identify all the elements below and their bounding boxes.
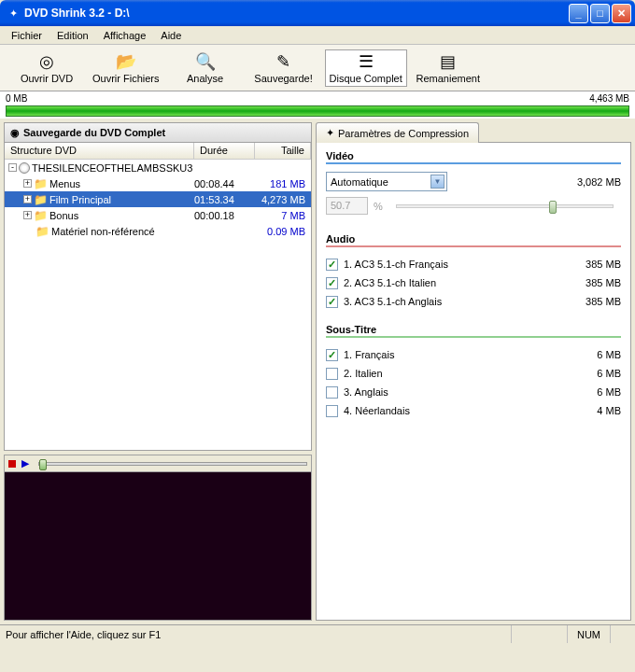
tree-row-label: Bonus (49, 210, 78, 221)
tree-row-label: Menus (49, 178, 80, 189)
gear-icon: ✦ (326, 127, 334, 139)
checkbox[interactable] (326, 277, 338, 289)
subtitle-size: 6 MB (597, 368, 621, 379)
preview-slider[interactable] (38, 462, 307, 466)
expander-icon[interactable]: + (23, 211, 32, 219)
tree-row[interactable]: 📁 Matériel non-référencé0.09 MB (5, 223, 311, 239)
checkbox[interactable] (326, 259, 338, 271)
status-help: Pour afficher l'Aide, cliquez sur F1 (6, 625, 511, 643)
statusbar: Pour afficher l'Aide, cliquez sur F1 NUM (0, 624, 635, 643)
open-files-button[interactable]: 📂 Ouvrir Fichiers (88, 49, 164, 87)
folder-icon: 📁 (34, 193, 48, 206)
window-title: DVD Shrink 3.2 - D:\ (24, 7, 569, 20)
menu-edit[interactable]: Edition (49, 28, 96, 43)
close-button[interactable]: ✕ (612, 4, 631, 23)
audio-size: 385 MB (586, 296, 621, 307)
app-icon: ✦ (6, 6, 21, 21)
checkbox[interactable] (326, 405, 338, 417)
size-bar: 0 MB 4,463 MB (0, 91, 635, 119)
status-num: NUM (567, 625, 610, 643)
menubar: Fichier Edition Affichage Aide (0, 26, 635, 45)
preview-area (4, 471, 312, 621)
col-size[interactable]: Taille (255, 143, 311, 159)
checkbox[interactable] (326, 349, 338, 361)
tree-row[interactable]: - THESILENCEOFTHELAMBSSKU3 (5, 160, 311, 175)
menu-view[interactable]: Affichage (96, 28, 154, 43)
video-mode-select[interactable]: Automatique ▼ (326, 172, 447, 191)
col-duration[interactable]: Durée (194, 143, 255, 159)
subtitle-row: 1. Français6 MB (326, 345, 621, 364)
disc-small-icon: ◉ (10, 127, 20, 139)
tree-row-label: THESILENCEOFTHELAMBSSKU3 (32, 162, 192, 174)
expander-icon[interactable]: + (23, 179, 32, 188)
chevron-down-icon: ▼ (430, 175, 444, 189)
ratio-input: 50.7 (326, 197, 368, 215)
backup-icon: ✎ (276, 52, 290, 71)
minimize-button[interactable]: _ (569, 4, 588, 23)
play-button[interactable]: ▶ (21, 457, 29, 469)
expander-icon[interactable]: - (8, 163, 17, 172)
tree-row-label: Matériel non-référencé (51, 226, 155, 237)
reauthor-button[interactable]: ▤ Remaniement (411, 49, 486, 87)
audio-row: 1. AC3 5.1-ch Français385 MB (326, 255, 621, 273)
list-icon: ▤ (440, 52, 456, 71)
subtitle-label: 2. Italien (344, 368, 597, 379)
analyse-button[interactable]: 🔍 Analyse (168, 49, 243, 87)
subtitle-size: 4 MB (597, 405, 621, 416)
disc-icon: ◎ (39, 52, 54, 71)
preview-controls: ▶ (4, 455, 312, 471)
toolbar: ◎ Ouvrir DVD 📂 Ouvrir Fichiers 🔍 Analyse… (0, 45, 635, 91)
audio-size: 385 MB (586, 259, 621, 270)
subtitle-row: 3. Anglais6 MB (326, 383, 621, 401)
menu-file[interactable]: Fichier (4, 28, 49, 43)
size-progress (6, 105, 629, 117)
left-panel-header: ◉ Sauvegarde du DVD Complet (4, 122, 312, 143)
expander-icon[interactable]: + (23, 195, 32, 203)
subtitle-size: 6 MB (597, 349, 621, 360)
compression-panel: Vidéo Automatique ▼ 3,082 MB 50.7 % Audi… (316, 143, 631, 621)
subtitle-heading: Sous-Titre (326, 324, 621, 338)
open-dvd-button[interactable]: ◎ Ouvrir DVD (9, 49, 84, 87)
folder-icon: 📁 (34, 209, 48, 222)
subtitle-label: 4. Néerlandais (344, 405, 597, 416)
col-structure[interactable]: Structure DVD (5, 143, 194, 159)
tab-compression[interactable]: ✦ Paramètres de Compression (316, 122, 479, 143)
dvd-icon (19, 162, 30, 174)
tree-row[interactable]: +📁 Menus00:08.44181 MB (5, 175, 311, 191)
backup-button[interactable]: ✎ Sauvegarde! (247, 49, 321, 87)
subtitle-label: 3. Anglais (344, 386, 597, 398)
audio-label: 2. AC3 5.1-ch Italien (344, 277, 586, 288)
subtitle-row: 4. Néerlandais4 MB (326, 401, 621, 420)
audio-row: 3. AC3 5.1-ch Anglais385 MB (326, 292, 621, 311)
audio-label: 1. AC3 5.1-ch Français (344, 259, 586, 270)
checkbox[interactable] (326, 296, 338, 308)
full-disc-button[interactable]: ☰ Disque Complet (325, 49, 407, 87)
tree-header: Structure DVD Durée Taille (5, 143, 311, 160)
structure-tree[interactable]: Structure DVD Durée Taille - THESILENCEO… (4, 143, 312, 451)
compression-slider[interactable] (396, 204, 614, 208)
folder-icon: 📁 (34, 177, 48, 190)
audio-size: 385 MB (586, 277, 621, 288)
audio-heading: Audio (326, 233, 621, 247)
video-heading: Vidéo (326, 150, 621, 164)
audio-row: 2. AC3 5.1-ch Italien385 MB (326, 273, 621, 292)
folder-open-icon: 📂 (116, 52, 136, 71)
menu-help[interactable]: Aide (153, 28, 189, 43)
folder-icon: 📁 (35, 225, 49, 238)
checkbox[interactable] (326, 386, 338, 399)
subtitle-label: 1. Français (344, 349, 597, 360)
maximize-button[interactable]: □ (590, 4, 610, 23)
audio-label: 3. AC3 5.1-ch Anglais (344, 296, 586, 307)
size-max: 4,463 MB (589, 93, 629, 104)
subtitle-size: 6 MB (597, 386, 621, 398)
tree-row[interactable]: +📁 Bonus00:00.187 MB (5, 207, 311, 223)
size-min: 0 MB (6, 93, 27, 104)
video-size: 3,082 MB (577, 176, 621, 188)
subtitle-row: 2. Italien6 MB (326, 364, 621, 383)
tree-row-label: Film Principal (49, 194, 111, 205)
magnifier-icon: 🔍 (195, 52, 216, 71)
tree-row[interactable]: +📁 Film Principal01:53.344,273 MB (5, 191, 311, 207)
titlebar: ✦ DVD Shrink 3.2 - D:\ _ □ ✕ (0, 0, 635, 26)
checkbox[interactable] (326, 368, 338, 380)
stop-button[interactable] (8, 460, 16, 468)
